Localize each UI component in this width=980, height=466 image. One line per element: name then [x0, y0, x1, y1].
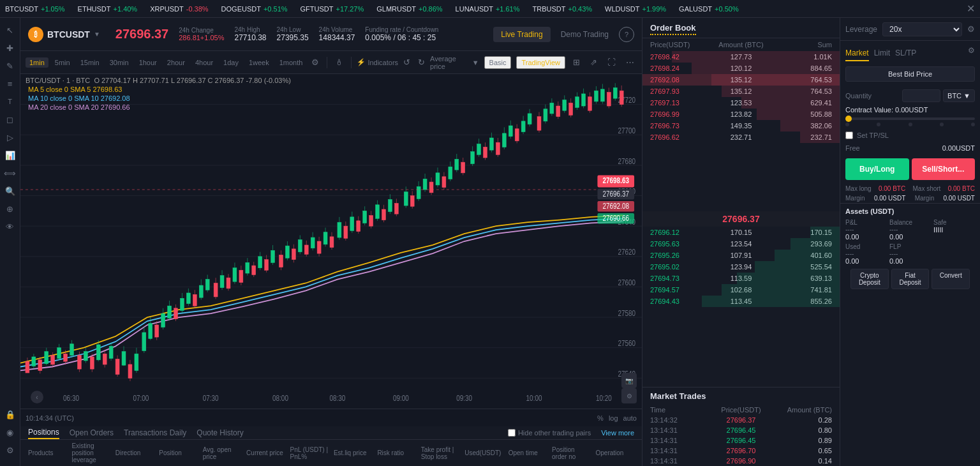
magnet-icon[interactable]: ⊕: [3, 202, 17, 216]
ticker-btcusdt[interactable]: BTCUSDT +1.05%: [5, 5, 65, 13]
trade-tab-sltp[interactable]: SL/TP: [895, 46, 916, 61]
eye-icon[interactable]: 👁: [3, 220, 17, 234]
tf-1day[interactable]: 1day: [219, 57, 242, 68]
bid-row[interactable]: 27694.57 102.68 741.81: [642, 284, 840, 296]
ticker-wldusdt[interactable]: WLDUSDT +1.99%: [605, 5, 666, 13]
tf-5min[interactable]: 5min: [51, 57, 74, 68]
log-btn[interactable]: log: [609, 414, 618, 422]
settings-icon[interactable]: ⚙: [3, 443, 17, 457]
bid-row[interactable]: 27695.26 107.91 401.60: [642, 250, 840, 261]
redo-icon[interactable]: ↻: [415, 57, 427, 67]
tf-1min[interactable]: 1min: [26, 57, 48, 68]
coin-selector[interactable]: ₿ BTCUSDT ▼: [28, 27, 100, 42]
help-btn[interactable]: ?: [619, 27, 634, 42]
undo-icon[interactable]: ↺: [401, 57, 413, 67]
leverage-select[interactable]: 20x 10x 5x 1x: [882, 22, 962, 36]
ask-row[interactable]: 27697.93 135.12 764.53: [642, 86, 840, 97]
max-short-label: Max short: [912, 185, 940, 192]
live-trading-btn[interactable]: Live Trading: [493, 27, 550, 42]
cursor-icon[interactable]: ↖: [3, 23, 17, 37]
tf-4hour[interactable]: 4hour: [191, 57, 217, 68]
tab-transactions[interactable]: Transactions Daily: [124, 427, 186, 439]
chart-type-icon[interactable]: 📊: [3, 148, 17, 162]
view-tradingview-btn[interactable]: TradingView: [516, 56, 565, 69]
ticker-lunausdt[interactable]: LUNAUSDT +1.61%: [456, 5, 520, 13]
slider-thumb[interactable]: [845, 116, 852, 122]
trade-tab-limit[interactable]: Limit: [874, 46, 890, 61]
header-bar: ₿ BTCUSDT ▼ 27696.37 24h Change 286.81+1…: [20, 18, 642, 51]
ticker-gftusdt[interactable]: GFTUSDT +17.27%: [301, 5, 364, 13]
bid-row[interactable]: 27694.73 113.59 639.13: [642, 273, 840, 284]
more-icon[interactable]: ⋯: [623, 57, 637, 67]
tab-quote-history[interactable]: Quote History: [197, 427, 243, 439]
best-bid-price-btn[interactable]: Best Bid Price: [845, 66, 975, 82]
tf-2hour[interactable]: 2hour: [163, 57, 189, 68]
quantity-input[interactable]: [902, 89, 940, 102]
ticker-xrpusdt[interactable]: XRPUSDT -0.38%: [150, 5, 208, 13]
ticker-trbusdt[interactable]: TRBUSDT +0.43%: [533, 5, 593, 13]
fullscreen-icon[interactable]: ⛶: [605, 57, 618, 67]
ticker-galusdt[interactable]: GALUSDT +0.50%: [679, 5, 739, 13]
lock-icon[interactable]: 🔒: [3, 407, 17, 421]
hide-pairs-checkbox[interactable]: [508, 429, 516, 437]
ticker-glmrusdt[interactable]: GLMRUSDT +0.86%: [376, 5, 442, 13]
indicators-btn[interactable]: ⚡ Indicators: [357, 58, 398, 66]
trade-tab-market[interactable]: Market: [845, 46, 869, 61]
view-basic-btn[interactable]: Basic: [484, 56, 512, 69]
quantity-unit-selector[interactable]: BTC ▼: [943, 89, 975, 102]
ask-row[interactable]: 27698.42 127.73 1.01K: [642, 51, 840, 63]
demo-trading-btn[interactable]: Demo Trading: [553, 27, 616, 42]
view-more-link[interactable]: View more: [601, 429, 634, 437]
settings-chart-btn[interactable]: ⚙: [621, 388, 637, 403]
close-ticker-icon[interactable]: ✕: [967, 3, 975, 15]
bid-row[interactable]: 27695.63 123.54 293.69: [642, 238, 840, 250]
tab-open-orders[interactable]: Open Orders: [70, 427, 114, 439]
trade-panel-settings-icon[interactable]: ⚙: [968, 46, 975, 61]
screenshot-btn[interactable]: 📷: [621, 373, 637, 388]
leverage-settings-icon[interactable]: ⚙: [967, 24, 975, 34]
candle-type-icon[interactable]: 🕯: [332, 57, 346, 67]
ask-row[interactable]: 27698.24 120.12 884.65: [642, 63, 840, 74]
ask-row[interactable]: 27696.99 123.82 505.88: [642, 109, 840, 120]
zoom-icon[interactable]: 🔍: [3, 184, 17, 198]
measure-icon[interactable]: ⟺: [3, 166, 17, 180]
buy-long-btn[interactable]: Buy/Long: [845, 158, 909, 180]
slider-track[interactable]: [845, 117, 975, 120]
grid-icon[interactable]: ⊞: [570, 57, 583, 67]
text-icon[interactable]: T: [3, 94, 17, 109]
avg-price-btn[interactable]: Average price ▼: [430, 55, 479, 70]
settings-tf-icon[interactable]: ⚙: [309, 57, 322, 67]
lines-icon[interactable]: ≡: [3, 77, 17, 91]
ticker-dogeusdt[interactable]: DOGEUSDT +0.51%: [221, 5, 288, 13]
triangle-icon[interactable]: ▷: [3, 130, 17, 144]
shape-icon[interactable]: ◻: [3, 112, 17, 126]
convert-btn[interactable]: Convert: [932, 269, 970, 289]
scroll-left-btn[interactable]: ‹: [31, 391, 43, 403]
ask-row[interactable]: 27697.13 123.53 629.41: [642, 97, 840, 109]
tf-15min[interactable]: 15min: [77, 57, 103, 68]
eye2-icon[interactable]: ◉: [3, 425, 17, 439]
bid-row[interactable]: 27694.43 113.45 855.26: [642, 296, 840, 307]
cross-icon[interactable]: ✚: [3, 41, 17, 55]
tf-1week[interactable]: 1week: [245, 57, 273, 68]
tab-positions[interactable]: Positions: [28, 426, 59, 439]
tp-sl-checkbox[interactable]: [845, 132, 853, 139]
ticker-ethusdt[interactable]: ETHUSDT +1.40%: [78, 5, 138, 13]
bid-row[interactable]: 27696.12 170.15 170.15: [642, 227, 840, 238]
ask-row[interactable]: 27692.08 135.12 764.53: [642, 74, 840, 86]
sell-short-btn[interactable]: Sell/Short...: [912, 158, 976, 180]
auto-btn[interactable]: auto: [623, 414, 637, 422]
ask-row[interactable]: 27696.62 232.71 232.71: [642, 132, 840, 143]
tf-1hour[interactable]: 1hour: [135, 57, 161, 68]
tf-30min[interactable]: 30min: [106, 57, 133, 68]
external-link-icon[interactable]: ⇗: [588, 57, 600, 67]
tf-1month[interactable]: 1month: [276, 57, 307, 68]
bid-row[interactable]: 27695.02 123.94 525.54: [642, 261, 840, 273]
pencil-icon[interactable]: ✎: [3, 59, 17, 73]
crypto-deposit-btn[interactable]: Crypto Deposit: [850, 269, 889, 289]
percent-sign[interactable]: %: [597, 414, 604, 422]
pl-cell: P&L ---- 0.00: [845, 219, 887, 241]
fiat-deposit-btn[interactable]: Fiat Deposit: [891, 269, 930, 289]
ask-row[interactable]: 27696.73 149.35 382.06: [642, 120, 840, 132]
coin-pair: BTCUSDT: [47, 29, 90, 40]
